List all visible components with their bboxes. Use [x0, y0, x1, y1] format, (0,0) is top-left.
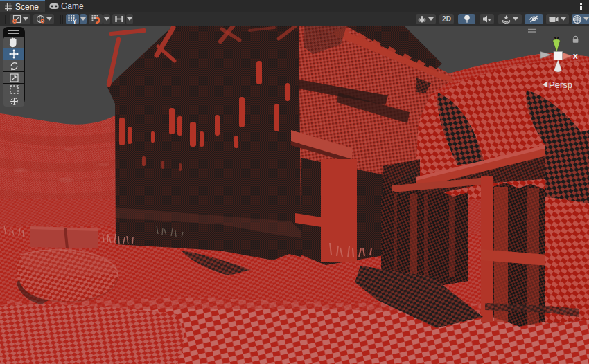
svg-text:Y: Y [73, 18, 77, 24]
svg-text:Persp: Persp [549, 80, 572, 90]
svg-text:x: x [573, 51, 578, 61]
